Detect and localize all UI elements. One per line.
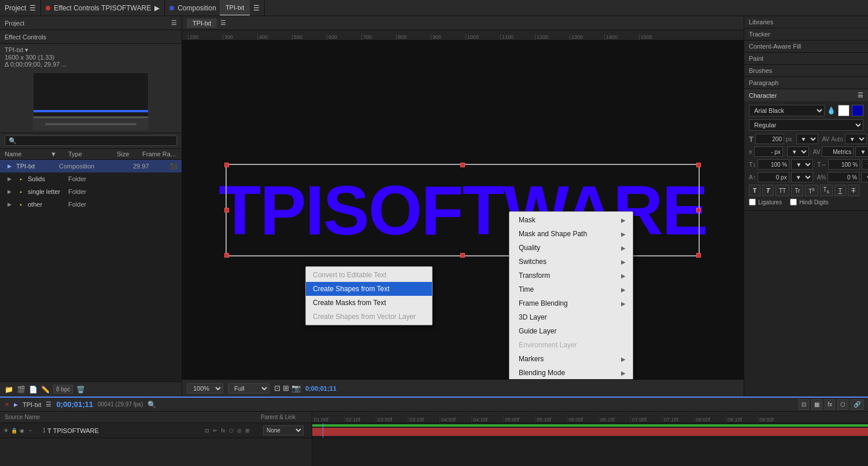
vertical-scale-dropdown[interactable]: ▼ [791, 159, 813, 170]
tracker-title[interactable]: Tracker [744, 28, 868, 40]
layer-name[interactable]: TPISOFTWARE [53, 427, 202, 434]
comp-menu-icon[interactable]: ☰ [253, 4, 260, 12]
list-item[interactable]: ▶ TPI-txt Composition 29.97 ⬛ [0, 160, 182, 173]
parent-select[interactable]: None [263, 425, 304, 435]
list-item[interactable]: ▶ ▪ single letter Folder [0, 185, 182, 198]
submenu-item-create-masks[interactable]: Create Masks from Text [306, 296, 432, 310]
timeline-track[interactable] [312, 423, 868, 438]
libraries-title[interactable]: Libraries [744, 16, 868, 28]
comp-tab[interactable]: TPI-txt [220, 0, 250, 16]
grid-icon[interactable]: ⊞ [283, 384, 289, 392]
shy-icon[interactable]: ~ [27, 427, 34, 434]
switch-icon-2[interactable]: ✏ [212, 427, 219, 434]
font-family-select[interactable]: Arial Black Arial [749, 105, 825, 116]
btn-T-regular[interactable]: T [749, 185, 760, 196]
btn-T-italic[interactable]: T [762, 185, 774, 196]
kerning-dropdown[interactable]: ▼ [845, 134, 867, 144]
menu-item-markers[interactable]: Markers ▶ [509, 352, 633, 366]
character-menu-icon[interactable]: ☰ [858, 91, 863, 99]
ligatures-checkbox[interactable] [749, 199, 756, 206]
zoom-select[interactable]: 100% 50% 200% [187, 383, 223, 394]
menu-item-transform[interactable]: Transform ▶ [509, 269, 633, 282]
timeline-btn-4[interactable]: ⬡ [837, 399, 848, 410]
menu-item-mask[interactable]: Mask ▶ [509, 213, 633, 227]
paragraph-title[interactable]: Paragraph [744, 77, 868, 89]
submenu-item-create-shapes[interactable]: Create Shapes from Text [306, 282, 432, 296]
list-item[interactable]: ▶ ▪ Solids Folder [0, 173, 182, 185]
baseline-input[interactable] [758, 172, 789, 182]
search-input[interactable] [5, 135, 177, 146]
eye-icon[interactable]: 👁 [2, 427, 9, 434]
solo-icon[interactable]: ◉ [19, 427, 25, 434]
effect-controls-arrow[interactable]: ▶ [154, 4, 160, 12]
fit-icon[interactable]: ⊡ [274, 384, 280, 392]
timeline-search-icon[interactable]: 🔍 [147, 401, 156, 409]
switch-icon-5[interactable]: ◎ [236, 427, 243, 434]
timeline-menu-icon[interactable]: ☰ [46, 401, 51, 408]
new-file-icon[interactable]: 📄 [29, 386, 38, 394]
layer-type-icon: T [47, 427, 51, 434]
menu-item-3d-layer[interactable]: 3D Layer [509, 310, 633, 324]
font-style-select[interactable]: Regular Bold Italic [749, 119, 863, 131]
switch-icon-3[interactable]: fx [220, 427, 227, 434]
close-timeline-icon[interactable]: ✕ [5, 401, 9, 408]
menu-item-quality[interactable]: Quality ▶ [509, 241, 633, 255]
btn-T-underline[interactable]: T [834, 185, 846, 196]
character-title[interactable]: Character ☰ [744, 89, 868, 101]
horizontal-scale-dropdown[interactable]: ▼ [862, 159, 868, 170]
timeline-btn-3[interactable]: fx [825, 399, 835, 410]
switch-icon-4[interactable]: ⬡ [228, 427, 235, 434]
quality-select[interactable]: Full Half Quarter [228, 383, 269, 394]
tracking-input[interactable] [822, 146, 854, 157]
new-folder-icon[interactable]: 📁 [5, 386, 13, 394]
comp-tab-label[interactable]: TPI-txt [187, 19, 217, 28]
menu-item-guide-layer[interactable]: Guide Layer [509, 324, 633, 338]
menu-item-mask-shape[interactable]: Mask and Shape Path ▶ [509, 227, 633, 241]
btn-T-small-caps[interactable]: Tr [791, 185, 803, 196]
btn-T-subscript[interactable]: Ts [820, 185, 833, 196]
col-name-sort-icon[interactable]: ▼ [50, 151, 57, 157]
stroke-color-swatch[interactable] [852, 105, 863, 116]
list-item[interactable]: ▶ ▪ other Folder [0, 198, 182, 211]
font-size-dropdown[interactable]: ▼ [796, 134, 818, 144]
baseline-dropdown[interactable]: ▼ [791, 172, 813, 182]
timeline-playhead[interactable] [323, 423, 323, 438]
lock-icon[interactable]: 🔒 [10, 427, 17, 434]
switch-icon-1[interactable]: ⊡ [204, 427, 210, 434]
trash-icon[interactable]: 🗑️ [76, 386, 85, 394]
comp-menu-icon[interactable]: ☰ [220, 19, 226, 27]
fill-color-swatch[interactable] [838, 105, 849, 116]
timeline-btn-1[interactable]: ⊡ [799, 399, 809, 410]
composition-view[interactable]: TPISOFTWARE Mask ▶ [182, 41, 744, 379]
edit-icon[interactable]: ✏️ [41, 386, 50, 394]
vertical-scale-input[interactable] [758, 159, 789, 170]
brushes-title[interactable]: Brushes [744, 65, 868, 76]
content-aware-fill-title[interactable]: Content-Aware Fill [744, 41, 868, 52]
timeline-layer-row[interactable]: 👁 🔒 ◉ ~ 1 T TPISOFTWARE ⊡ ✏ fx ⬡ ◎ ⊞ [0, 423, 312, 438]
tsume-input[interactable] [828, 172, 859, 182]
paint-title[interactable]: Paint [744, 53, 868, 64]
tsume-dropdown[interactable]: ▼ [861, 172, 868, 182]
new-comp-icon[interactable]: 🎬 [17, 386, 25, 394]
camera-icon[interactable]: 📷 [291, 384, 301, 392]
switch-icon-6[interactable]: ⊞ [244, 427, 251, 434]
hindi-digits-checkbox[interactable] [790, 199, 797, 206]
leading-input[interactable] [754, 146, 783, 157]
brushes-section: Brushes [744, 65, 868, 77]
tracking-dropdown[interactable]: ▼ [855, 146, 868, 157]
timeline-btn-2[interactable]: ▦ [811, 399, 822, 410]
menu-item-blending-mode[interactable]: Blending Mode ▶ [509, 366, 633, 379]
project-hamburger[interactable]: ☰ [171, 19, 177, 27]
project-menu-icon[interactable]: ☰ [29, 4, 36, 12]
btn-T-strikethrough[interactable]: T [848, 185, 859, 196]
font-size-input[interactable] [755, 134, 784, 144]
horizontal-scale-input[interactable] [828, 159, 860, 170]
eyedropper-icon[interactable]: 💧 [827, 107, 836, 115]
btn-T-superscript[interactable]: Ts [805, 185, 818, 196]
leading-dropdown[interactable]: ▼ [787, 146, 809, 157]
menu-item-time[interactable]: Time ▶ [509, 282, 633, 296]
menu-item-switches[interactable]: Switches ▶ [509, 255, 633, 269]
btn-T-all-caps[interactable]: TT [775, 185, 789, 196]
timeline-btn-5[interactable]: 🔗 [851, 399, 863, 410]
menu-item-frame-blending[interactable]: Frame Blending ▶ [509, 296, 633, 310]
